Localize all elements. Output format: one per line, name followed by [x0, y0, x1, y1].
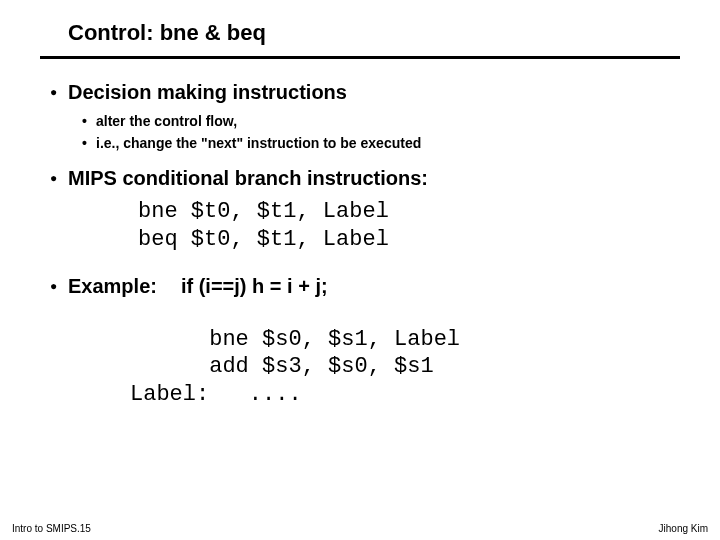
code-block-2: bne $s0, $s1, Label add $s3, $s0, $s1 La…: [130, 326, 680, 409]
code-line: bne $s0, $s1, Label: [130, 327, 460, 352]
footer-left: Intro to SMIPS.15: [12, 523, 91, 534]
code-block-1: bne $t0, $t1, Label beq $t0, $t1, Label: [138, 198, 680, 255]
content-area: Decision making instructions alter the c…: [68, 81, 680, 408]
bullet-mips: MIPS conditional branch instructions:: [68, 167, 680, 190]
example-statement: if (i==j) h = i + j;: [181, 275, 328, 298]
slide: Control: bne & beq Decision making instr…: [0, 0, 720, 540]
code-line: Label: ....: [130, 382, 302, 407]
code-line: add $s3, $s0, $s1: [130, 354, 434, 379]
code-line: beq $t0, $t1, Label: [138, 227, 389, 252]
title-rule: [40, 56, 680, 59]
code-line: bne $t0, $t1, Label: [138, 199, 389, 224]
sub-alter: alter the control flow,: [96, 110, 680, 132]
example-row: Example: if (i==j) h = i + j;: [68, 275, 680, 298]
footer: Intro to SMIPS.15 Jihong Kim: [12, 523, 708, 534]
bullet-decision: Decision making instructions: [68, 81, 680, 104]
sub-bullets: alter the control flow, i.e., change the…: [96, 110, 680, 155]
footer-right: Jihong Kim: [659, 523, 708, 534]
slide-title: Control: bne & beq: [68, 20, 680, 46]
bullet-example: Example:: [68, 275, 157, 298]
sub-change: i.e., change the "next" instruction to b…: [96, 132, 680, 154]
